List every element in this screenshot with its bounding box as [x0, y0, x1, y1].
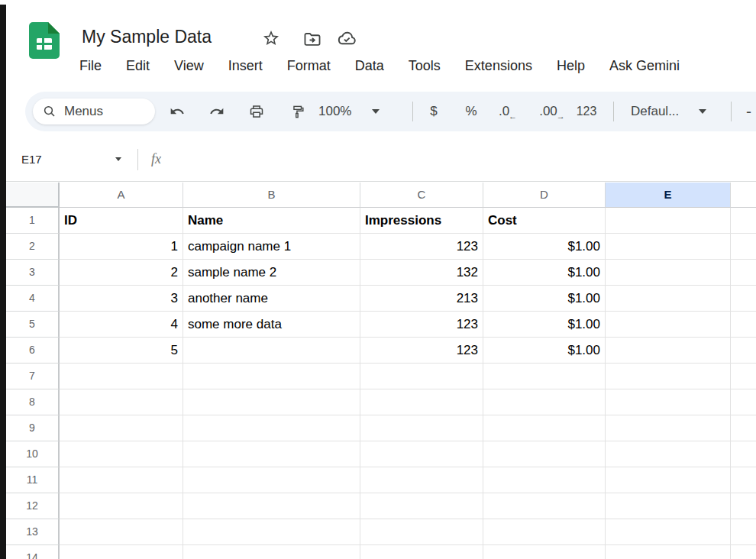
- cell-C2[interactable]: 123: [360, 234, 483, 260]
- row-header-4[interactable]: 4: [6, 286, 60, 312]
- cell-A4[interactable]: 3: [60, 286, 183, 312]
- name-box[interactable]: E17: [21, 137, 42, 181]
- cell-partial-7[interactable]: [731, 364, 756, 389]
- menu-edit[interactable]: Edit: [126, 56, 150, 76]
- cell-E9[interactable]: [606, 415, 731, 441]
- cell-C13[interactable]: [360, 519, 483, 545]
- cell-D6[interactable]: $1.00: [483, 338, 606, 364]
- cell-partial-11[interactable]: [731, 467, 756, 493]
- cell-E12[interactable]: [606, 493, 731, 519]
- cell-E1[interactable]: [606, 208, 731, 234]
- cell-partial-2[interactable]: [731, 234, 756, 260]
- cell-B2[interactable]: campaign name 1: [183, 234, 360, 260]
- cell-B5[interactable]: some more data: [183, 312, 360, 338]
- cell-A10[interactable]: [60, 441, 183, 467]
- column-header-C[interactable]: C: [360, 183, 483, 208]
- move-to-folder-button[interactable]: [302, 28, 323, 50]
- row-header-6[interactable]: 6: [6, 338, 60, 364]
- cell-E11[interactable]: [606, 467, 731, 493]
- cell-A13[interactable]: [60, 519, 183, 545]
- cell-B7[interactable]: [183, 364, 360, 389]
- row-header-3[interactable]: 3: [6, 260, 60, 286]
- cell-C3[interactable]: 132: [360, 260, 483, 286]
- cell-partial-6[interactable]: [731, 338, 756, 364]
- cell-D12[interactable]: [483, 493, 606, 519]
- cell-E3[interactable]: [606, 260, 731, 286]
- cell-C6[interactable]: 123: [360, 338, 483, 364]
- menu-data[interactable]: Data: [355, 56, 384, 76]
- cell-A1[interactable]: ID: [60, 208, 183, 234]
- cell-D4[interactable]: $1.00: [483, 286, 606, 312]
- cell-C1[interactable]: Impressions: [360, 208, 483, 234]
- print-button[interactable]: [247, 102, 266, 121]
- cell-D13[interactable]: [483, 519, 606, 545]
- cell-E7[interactable]: [606, 364, 731, 389]
- cell-partial-10[interactable]: [731, 441, 756, 467]
- format-currency-button[interactable]: $: [425, 92, 442, 131]
- cell-A3[interactable]: 2: [60, 260, 183, 286]
- cell-partial-1[interactable]: [731, 208, 756, 234]
- decrease-font-size-button[interactable]: -: [746, 92, 751, 131]
- cell-E2[interactable]: [606, 234, 731, 260]
- cell-E13[interactable]: [606, 519, 731, 545]
- row-header-14[interactable]: 14: [6, 545, 60, 559]
- cell-E4[interactable]: [606, 286, 731, 312]
- row-header-8[interactable]: 8: [6, 389, 60, 415]
- cell-D11[interactable]: [483, 467, 606, 493]
- cell-B1[interactable]: Name: [183, 208, 360, 234]
- zoom-selector[interactable]: 100%: [318, 92, 380, 131]
- cell-D5[interactable]: $1.00: [483, 312, 606, 338]
- cloud-save-status-button[interactable]: [336, 27, 357, 49]
- cell-B3[interactable]: sample name 2: [183, 260, 360, 286]
- cell-C12[interactable]: [360, 493, 483, 519]
- cell-A2[interactable]: 1: [60, 234, 183, 260]
- menu-tools[interactable]: Tools: [409, 56, 441, 76]
- menu-help[interactable]: Help: [557, 56, 585, 76]
- cell-partial-9[interactable]: [731, 415, 756, 441]
- undo-button[interactable]: [168, 102, 186, 121]
- cell-E8[interactable]: [606, 389, 731, 415]
- menu-view[interactable]: View: [174, 56, 204, 76]
- row-header-5[interactable]: 5: [6, 312, 60, 338]
- cell-A8[interactable]: [60, 389, 183, 415]
- column-header-B[interactable]: B: [183, 183, 360, 208]
- cell-C7[interactable]: [360, 364, 483, 389]
- decrease-decimal-button[interactable]: .0←: [494, 92, 522, 131]
- cell-C10[interactable]: [360, 441, 483, 467]
- cell-partial-3[interactable]: [731, 260, 756, 286]
- cell-E14[interactable]: [606, 545, 731, 559]
- cell-partial-8[interactable]: [731, 389, 756, 415]
- cell-D2[interactable]: $1.00: [483, 234, 606, 260]
- document-title[interactable]: My Sample Data: [82, 25, 212, 48]
- cell-B13[interactable]: [183, 519, 360, 545]
- sheets-logo[interactable]: [29, 22, 60, 59]
- menu-ask-gemini[interactable]: Ask Gemini: [609, 56, 680, 76]
- column-header-partial[interactable]: [731, 183, 756, 208]
- menu-format[interactable]: Format: [287, 56, 331, 76]
- cell-A6[interactable]: 5: [60, 338, 183, 364]
- chevron-down-icon[interactable]: [115, 157, 121, 161]
- cell-partial-4[interactable]: [731, 286, 756, 312]
- row-header-12[interactable]: 12: [6, 493, 60, 519]
- cell-B11[interactable]: [183, 467, 360, 493]
- row-header-11[interactable]: 11: [6, 467, 60, 493]
- cell-B8[interactable]: [183, 389, 360, 415]
- menu-insert[interactable]: Insert: [228, 56, 263, 76]
- row-header-7[interactable]: 7: [6, 364, 60, 389]
- cell-A11[interactable]: [60, 467, 183, 493]
- cell-D10[interactable]: [483, 441, 606, 467]
- cell-partial-12[interactable]: [731, 493, 756, 519]
- cell-B4[interactable]: another name: [183, 286, 360, 312]
- style-dropdown[interactable]: Defaul...: [631, 92, 706, 131]
- more-formats-button[interactable]: 123: [572, 92, 601, 131]
- search-menus-button[interactable]: Menus: [33, 99, 155, 124]
- cell-A7[interactable]: [60, 364, 183, 389]
- redo-button[interactable]: [208, 102, 226, 121]
- cell-A5[interactable]: 4: [60, 312, 183, 338]
- cell-C5[interactable]: 123: [360, 312, 483, 338]
- format-percent-button[interactable]: %: [462, 92, 480, 131]
- cell-B14[interactable]: [183, 545, 360, 559]
- cell-E6[interactable]: [606, 338, 731, 364]
- menu-extensions[interactable]: Extensions: [465, 56, 532, 76]
- cell-B12[interactable]: [183, 493, 360, 519]
